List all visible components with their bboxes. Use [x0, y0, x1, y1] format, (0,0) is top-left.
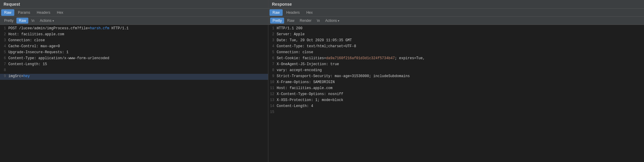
btn-actions-request[interactable]: Actions ▾	[37, 18, 56, 24]
code-line: 3 Connection: close	[0, 38, 268, 44]
line-text: X-Content-Type-Options: nosniff	[277, 92, 644, 96]
btn-pretty-response[interactable]: Pretty	[270, 18, 284, 24]
line-number: 7	[268, 62, 277, 66]
line-text: X-Frame-Options: SAMEORIGIN	[277, 80, 644, 84]
line-number: 13	[268, 98, 277, 102]
chevron-down-icon: ▾	[52, 19, 54, 22]
line-number: 10	[268, 80, 277, 84]
code-line: 6 Set-Cookie: facilities=da9a7160f216af0…	[268, 56, 644, 62]
btn-raw-request[interactable]: Raw	[16, 18, 28, 24]
line-text: Set-Cookie: facilities=da9a7160f216af01d…	[277, 56, 644, 60]
line-text: Connection: close	[277, 50, 644, 54]
line-text: Upgrade-Insecure-Requests: 1	[8, 50, 268, 54]
line-text: Content-Length: 15	[8, 62, 268, 66]
response-panel: Response Raw Headers Hex Pretty Raw Rend…	[268, 0, 644, 162]
code-line: 5 Upgrade-Insecure-Requests: 1	[0, 50, 268, 56]
line-number: 15	[268, 110, 277, 114]
tab-raw-response[interactable]: Raw	[270, 9, 283, 16]
line-text: Connection: close	[8, 38, 268, 42]
line-text: Server: Apple	[277, 32, 644, 36]
request-code-area[interactable]: 1 POST /lucee/admin/imgProcess.cfm?file=…	[0, 25, 268, 162]
code-line: 4 Cache-Control: max-age=0	[0, 44, 268, 50]
code-line: 7 Content-Length: 15	[0, 62, 268, 68]
request-title: Request	[0, 0, 268, 9]
line-text: Content-Type: application/x-www-form-url…	[8, 56, 268, 60]
line-number: 6	[0, 56, 8, 60]
line-text: Date: Tue, 20 Oct 2020 11:05:35 GMT	[277, 38, 644, 42]
response-title: Response	[268, 0, 644, 9]
btn-render-response[interactable]: Render	[297, 18, 314, 24]
btn-newline-response[interactable]: \n	[315, 18, 322, 24]
line-number: 4	[268, 44, 277, 48]
line-number: 1	[0, 26, 8, 30]
code-line: 1 HTTP/1.1 200	[268, 26, 644, 32]
chevron-down-icon: ▾	[338, 19, 339, 22]
line-text: Host: facilities.apple.com	[8, 32, 268, 36]
code-line: 10 X-Frame-Options: SAMEORIGIN	[268, 80, 644, 86]
line-text: X-OneAgent-JS-Injection: true	[277, 62, 644, 66]
btn-newline-request[interactable]: \n	[29, 18, 37, 24]
code-line: 13 X-XSS-Protection: 1; mode=block	[268, 98, 644, 104]
line-number: 11	[268, 86, 277, 90]
tab-headers-request[interactable]: Headers	[34, 9, 53, 16]
request-toolbar: Pretty Raw \n Actions ▾	[0, 17, 268, 25]
code-line: 8	[0, 68, 268, 74]
code-line: 12 X-Content-Type-Options: nosniff	[268, 92, 644, 98]
line-text: X-XSS-Protection: 1; mode=block	[277, 98, 644, 102]
code-line: 11 Host: facilities.apple.com	[268, 86, 644, 92]
line-number: 14	[268, 104, 277, 108]
response-code-area[interactable]: 1 HTTP/1.1 200 2 Server: Apple 3 Date: T…	[268, 25, 644, 162]
tab-hex-response[interactable]: Hex	[303, 9, 315, 16]
line-number: 2	[268, 32, 277, 36]
line-number: 3	[268, 38, 277, 42]
line-number: 3	[0, 38, 8, 42]
tab-headers-response[interactable]: Headers	[283, 9, 303, 16]
line-number: 5	[268, 50, 277, 54]
line-text: vary: accept-encoding	[277, 68, 644, 72]
line-number: 9	[268, 74, 277, 78]
request-panel: Request Raw Params Headers Hex Pretty Ra…	[0, 0, 268, 162]
code-line: 9 imgSrc=hey	[0, 74, 268, 80]
line-number: 6	[268, 56, 277, 60]
line-number: 1	[268, 26, 277, 30]
line-text: Strict-Transport-Security: max-age=31536…	[277, 74, 644, 78]
code-line: 15	[268, 110, 644, 116]
line-text: HTTP/1.1 200	[277, 26, 644, 30]
line-text: Cache-Control: max-age=0	[8, 44, 268, 48]
line-text: Host: facilities.apple.com	[277, 86, 644, 90]
code-line: 14 Content-Length: 4	[268, 104, 644, 110]
line-number: 8	[0, 68, 8, 72]
code-line: 6 Content-Type: application/x-www-form-u…	[0, 56, 268, 62]
tab-params[interactable]: Params	[15, 9, 33, 16]
line-number: 2	[0, 32, 8, 36]
actions-label-request: Actions	[40, 19, 51, 23]
tab-hex-request[interactable]: Hex	[54, 9, 66, 16]
response-tab-bar: Raw Headers Hex	[268, 9, 644, 17]
btn-pretty-request[interactable]: Pretty	[2, 18, 16, 24]
line-number: 8	[268, 68, 277, 72]
line-number: 5	[0, 50, 8, 54]
code-line: 3 Date: Tue, 20 Oct 2020 11:05:35 GMT	[268, 38, 644, 44]
tab-raw-request[interactable]: Raw	[1, 9, 14, 16]
code-line: 7 X-OneAgent-JS-Injection: true	[268, 62, 644, 68]
code-line: 1 POST /lucee/admin/imgProcess.cfm?file=…	[0, 26, 268, 32]
btn-raw-response[interactable]: Raw	[285, 18, 297, 24]
line-text: Content-Type: text/html;charset=UTF-8	[277, 44, 644, 48]
btn-actions-response[interactable]: Actions ▾	[323, 18, 342, 24]
line-text: POST /lucee/admin/imgProcess.cfm?file=ha…	[8, 26, 268, 30]
request-tab-bar: Raw Params Headers Hex	[0, 9, 268, 17]
line-text: Content-Length: 4	[277, 104, 644, 108]
line-text: imgSrc=hey	[8, 74, 268, 78]
code-line: 2 Host: facilities.apple.com	[0, 32, 268, 38]
code-line: 5 Connection: close	[268, 50, 644, 56]
line-number: 7	[0, 62, 8, 66]
line-number: 12	[268, 92, 277, 96]
line-number: 9	[0, 74, 8, 78]
actions-label-response: Actions	[325, 19, 337, 23]
code-line: 2 Server: Apple	[268, 32, 644, 38]
code-line: 8 vary: accept-encoding	[268, 68, 644, 74]
line-number: 4	[0, 44, 8, 48]
code-line: 9 Strict-Transport-Security: max-age=315…	[268, 74, 644, 80]
code-line: 4 Content-Type: text/html;charset=UTF-8	[268, 44, 644, 50]
response-toolbar: Pretty Raw Render \n Actions ▾	[268, 17, 644, 25]
